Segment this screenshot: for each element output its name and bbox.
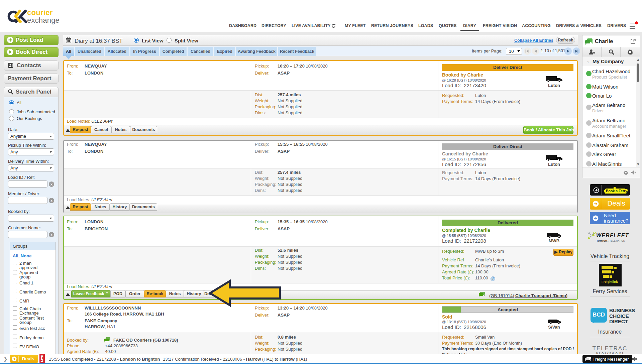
svg-text:exchange: exchange	[27, 16, 60, 24]
svg-text:WEBFLEET: WEBFLEET	[596, 233, 629, 238]
svg-text:Freightlink: Freightlink	[602, 280, 618, 283]
svg-text:TOMTOM●TELEMATICS: TOMTOM●TELEMATICS	[597, 240, 625, 242]
svg-text:courier: courier	[27, 9, 53, 17]
svg-text:Book a Ferry: Book a Ferry	[606, 189, 627, 193]
